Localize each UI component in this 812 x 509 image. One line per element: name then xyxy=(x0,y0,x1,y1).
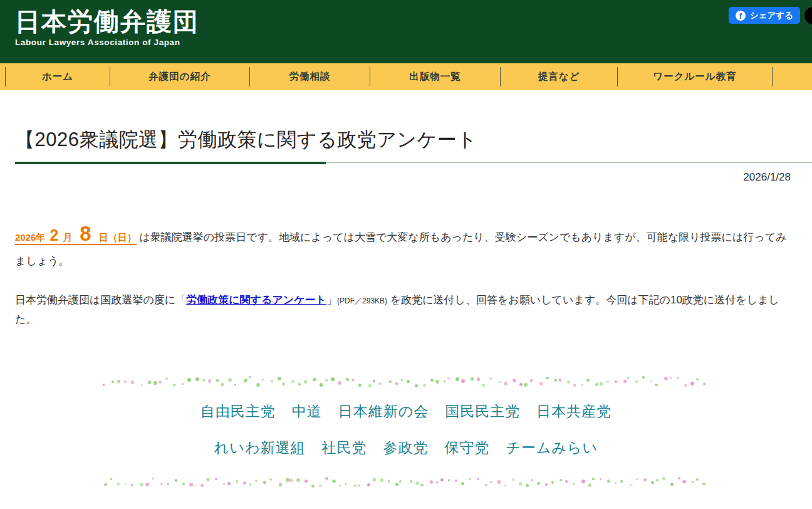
decorative-dot xyxy=(346,378,349,381)
article-main: 【2026衆議院選】労働政策に関する政党アンケート 2026/1/28 2026… xyxy=(0,127,812,490)
party-list-row2: れいわ新選組 社民党 参政党 保守党 チームみらい xyxy=(15,438,797,458)
decorative-dot xyxy=(455,377,459,381)
election-date-month-suffix: 月 xyxy=(63,232,72,243)
decorative-dot xyxy=(389,380,392,383)
decorative-dot xyxy=(477,478,479,480)
decorative-dot xyxy=(279,483,282,486)
decorative-dot xyxy=(215,478,217,480)
decorative-dot xyxy=(430,379,434,382)
decorative-dot xyxy=(607,480,610,483)
nav-item-publications[interactable]: 出版物一覧 xyxy=(370,63,500,90)
decorative-dot xyxy=(415,481,419,485)
decorative-dot xyxy=(519,383,523,387)
questionnaire-pdf-link[interactable]: 労働政策に関するアンケート xyxy=(186,294,326,306)
decorative-dot xyxy=(378,382,382,386)
nav-overflow-area xyxy=(773,63,812,90)
nav-item-proposals[interactable]: 提言など xyxy=(501,63,617,90)
decorative-dot xyxy=(325,477,328,480)
decorative-dot xyxy=(395,382,398,386)
decorative-dot xyxy=(615,482,617,484)
decorative-dot xyxy=(420,484,424,487)
decorative-dot xyxy=(497,480,501,483)
decorative-dot xyxy=(319,485,321,487)
decorative-dot xyxy=(221,383,224,386)
decorative-dot xyxy=(352,379,354,380)
election-date-link[interactable]: 2026年2月8日（日） xyxy=(15,231,137,245)
paragraph2-before-link: 日本労働弁護団は国政選挙の度に「 xyxy=(15,294,186,306)
decorative-dot xyxy=(551,481,554,484)
election-date-year: 2026年 xyxy=(15,232,45,243)
decorative-dot xyxy=(565,480,568,483)
decorative-dot xyxy=(298,383,301,386)
decorative-dot xyxy=(395,483,398,486)
decorative-dot xyxy=(690,382,694,385)
nav-spacer xyxy=(0,63,5,90)
decorative-dot xyxy=(642,376,645,379)
decorative-dot xyxy=(117,483,120,485)
decorative-dot xyxy=(269,478,272,481)
decorative-dot xyxy=(110,478,113,480)
decorative-dot xyxy=(588,483,592,487)
decorative-dot xyxy=(145,483,149,486)
share-button-label: シェアする xyxy=(750,10,793,21)
decorative-dot xyxy=(187,378,191,382)
decorative-dot xyxy=(216,379,218,381)
decorative-dot xyxy=(104,483,107,486)
decorative-dot xyxy=(477,377,480,380)
election-date-day-number: 8 xyxy=(72,222,98,245)
title-underline xyxy=(15,160,812,163)
decorative-dot xyxy=(606,380,609,383)
decorative-dot xyxy=(325,379,328,382)
decorative-dot xyxy=(526,484,529,487)
decorative-dot xyxy=(461,482,464,485)
decorative-dot xyxy=(189,483,193,486)
site-logo[interactable]: 日本労働弁護団 Labour Lawyers Association of Ja… xyxy=(15,7,199,47)
decorative-dot xyxy=(519,482,523,486)
decorative-dots-top xyxy=(103,376,709,389)
paragraph-election-date: 2026年2月8日（日） は衆議院選挙の投票日です。地域によっては大雪で大変な所… xyxy=(15,216,797,271)
facebook-icon-letter: f xyxy=(739,12,742,20)
decorative-dot xyxy=(388,480,390,483)
decorative-dot xyxy=(531,479,533,481)
decorative-dot xyxy=(435,380,439,384)
nav-item-labor-consultation[interactable]: 労働相談 xyxy=(250,63,370,90)
decorative-dot xyxy=(586,379,590,382)
decorative-dot xyxy=(401,379,403,382)
facebook-share-button[interactable]: f シェアする xyxy=(729,7,800,24)
decorative-dot xyxy=(131,380,134,384)
decorative-dot xyxy=(112,380,114,383)
decorative-dot xyxy=(160,483,163,485)
decorative-dot xyxy=(125,483,128,485)
facebook-icon: f xyxy=(736,11,746,21)
decorative-dot xyxy=(469,478,471,480)
decorative-dot xyxy=(291,380,294,383)
decorative-dot xyxy=(430,480,433,483)
decorative-dot xyxy=(194,485,196,487)
title-underline-accent xyxy=(15,162,326,164)
decorative-dot xyxy=(595,383,598,386)
party-list-row1: 自由民主党 中道 日本維新の会 国民民主党 日本共産党 xyxy=(15,402,797,421)
site-logo-title: 日本労働弁護団 xyxy=(15,7,199,36)
decorative-dot xyxy=(249,483,251,485)
decorative-dot xyxy=(702,483,705,486)
nav-item-work-rule-education[interactable]: ワークルール教育 xyxy=(618,63,772,90)
decorative-dot xyxy=(662,477,665,480)
nav-item-home[interactable]: ホーム xyxy=(6,63,110,90)
decorative-dot xyxy=(165,377,168,380)
decorative-dot xyxy=(262,379,264,380)
nav-item-label: 弁護団の紹介 xyxy=(148,70,211,83)
x-share-button[interactable] xyxy=(804,7,812,24)
decorative-dot xyxy=(485,484,487,486)
decorative-dot xyxy=(499,381,501,383)
decorative-dot xyxy=(504,485,506,486)
decorative-dot xyxy=(368,384,372,387)
decorative-dot xyxy=(581,384,583,386)
decorative-dot xyxy=(182,483,185,485)
decorative-dot xyxy=(670,377,672,379)
nav-item-about[interactable]: 弁護団の紹介 xyxy=(110,63,249,90)
decorative-dot xyxy=(339,485,341,486)
decorative-dot xyxy=(436,481,438,483)
decorative-dot xyxy=(692,481,694,483)
decorative-dot xyxy=(228,378,232,382)
decorative-dot xyxy=(399,480,402,483)
